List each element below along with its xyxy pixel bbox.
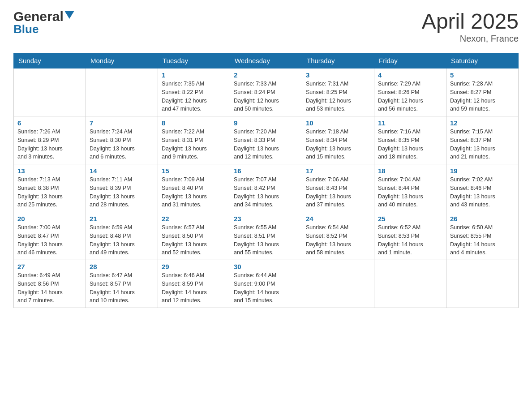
day-number: 8 [162,119,226,127]
logo: General Blue [13,9,74,36]
calendar-header: SundayMondayTuesdayWednesdayThursdayFrid… [14,53,519,68]
logo-blue-text: Blue [13,22,74,36]
day-info: Sunrise: 6:55 AM Sunset: 8:51 PM Dayligh… [234,223,298,257]
calendar-day-cell: 2Sunrise: 7:33 AM Sunset: 8:24 PM Daylig… [230,68,302,116]
day-number: 19 [450,167,515,175]
day-number: 29 [162,263,226,270]
calendar-subtitle: Nexon, France [422,34,519,44]
calendar-day-cell: 27Sunrise: 6:49 AM Sunset: 8:56 PM Dayli… [14,260,86,308]
day-number: 9 [234,119,298,127]
calendar-day-cell: 5Sunrise: 7:28 AM Sunset: 8:27 PM Daylig… [446,68,519,116]
day-info: Sunrise: 7:15 AM Sunset: 8:37 PM Dayligh… [450,128,515,161]
calendar-day-header: Wednesday [230,53,302,68]
day-info: Sunrise: 7:16 AM Sunset: 8:35 PM Dayligh… [378,128,442,161]
calendar-day-cell: 8Sunrise: 7:22 AM Sunset: 8:31 PM Daylig… [158,116,230,164]
calendar-day-cell: 14Sunrise: 7:11 AM Sunset: 8:39 PM Dayli… [86,164,158,212]
calendar-day-cell: 10Sunrise: 7:18 AM Sunset: 8:34 PM Dayli… [302,116,374,164]
calendar-day-cell: 29Sunrise: 6:46 AM Sunset: 8:59 PM Dayli… [158,260,230,308]
calendar-day-cell [86,68,158,116]
day-info: Sunrise: 7:00 AM Sunset: 8:47 PM Dayligh… [17,223,82,257]
day-info: Sunrise: 7:18 AM Sunset: 8:34 PM Dayligh… [306,128,370,161]
day-number: 27 [17,263,82,270]
day-info: Sunrise: 7:09 AM Sunset: 8:40 PM Dayligh… [162,176,226,209]
calendar-body: 1Sunrise: 7:35 AM Sunset: 8:22 PM Daylig… [14,68,519,308]
day-info: Sunrise: 7:24 AM Sunset: 8:30 PM Dayligh… [90,128,154,161]
calendar-week-row: 6Sunrise: 7:26 AM Sunset: 8:29 PM Daylig… [14,116,519,164]
day-number: 16 [234,167,298,175]
day-number: 4 [378,71,442,79]
day-info: Sunrise: 7:31 AM Sunset: 8:25 PM Dayligh… [306,80,370,113]
calendar-day-cell: 19Sunrise: 7:02 AM Sunset: 8:46 PM Dayli… [446,164,519,212]
calendar-day-cell [446,260,519,308]
calendar-day-cell [14,68,86,116]
day-info: Sunrise: 6:50 AM Sunset: 8:55 PM Dayligh… [450,223,515,257]
logo-line1: General [13,9,74,24]
calendar-day-cell: 22Sunrise: 6:57 AM Sunset: 8:50 PM Dayli… [158,212,230,260]
day-number: 20 [17,215,82,223]
page-header: General Blue April 2025 Nexon, France [13,9,519,44]
day-info: Sunrise: 7:13 AM Sunset: 8:38 PM Dayligh… [17,176,82,209]
calendar-day-cell: 1Sunrise: 7:35 AM Sunset: 8:22 PM Daylig… [158,68,230,116]
calendar-week-row: 1Sunrise: 7:35 AM Sunset: 8:22 PM Daylig… [14,68,519,116]
day-number: 14 [90,167,154,175]
calendar-day-cell: 4Sunrise: 7:29 AM Sunset: 8:26 PM Daylig… [374,68,446,116]
day-number: 11 [378,119,442,127]
calendar-table: SundayMondayTuesdayWednesdayThursdayFrid… [13,53,519,308]
calendar-day-cell: 15Sunrise: 7:09 AM Sunset: 8:40 PM Dayli… [158,164,230,212]
day-info: Sunrise: 6:49 AM Sunset: 8:56 PM Dayligh… [17,271,82,305]
calendar-day-cell: 25Sunrise: 6:52 AM Sunset: 8:53 PM Dayli… [374,212,446,260]
calendar-day-cell: 6Sunrise: 7:26 AM Sunset: 8:29 PM Daylig… [14,116,86,164]
svg-marker-0 [64,11,74,19]
day-info: Sunrise: 6:46 AM Sunset: 8:59 PM Dayligh… [162,271,226,305]
calendar-day-header: Sunday [14,53,86,68]
day-number: 12 [450,119,515,127]
day-info: Sunrise: 7:07 AM Sunset: 8:42 PM Dayligh… [234,176,298,209]
calendar-day-cell: 12Sunrise: 7:15 AM Sunset: 8:37 PM Dayli… [446,116,519,164]
calendar-day-cell: 28Sunrise: 6:47 AM Sunset: 8:57 PM Dayli… [86,260,158,308]
day-info: Sunrise: 6:59 AM Sunset: 8:48 PM Dayligh… [90,223,154,257]
day-info: Sunrise: 7:02 AM Sunset: 8:46 PM Dayligh… [450,176,515,209]
day-info: Sunrise: 7:33 AM Sunset: 8:24 PM Dayligh… [234,80,298,113]
day-number: 3 [306,71,370,79]
day-info: Sunrise: 7:04 AM Sunset: 8:44 PM Dayligh… [378,176,442,209]
calendar-week-row: 13Sunrise: 7:13 AM Sunset: 8:38 PM Dayli… [14,164,519,212]
calendar-day-header: Saturday [446,53,519,68]
calendar-day-cell: 7Sunrise: 7:24 AM Sunset: 8:30 PM Daylig… [86,116,158,164]
day-number: 18 [378,167,442,175]
day-info: Sunrise: 7:29 AM Sunset: 8:26 PM Dayligh… [378,80,442,113]
day-info: Sunrise: 7:28 AM Sunset: 8:27 PM Dayligh… [450,80,515,113]
day-info: Sunrise: 6:54 AM Sunset: 8:52 PM Dayligh… [306,223,370,257]
day-number: 22 [162,215,226,223]
day-info: Sunrise: 6:57 AM Sunset: 8:50 PM Dayligh… [162,223,226,257]
day-info: Sunrise: 6:44 AM Sunset: 9:00 PM Dayligh… [234,271,298,305]
calendar-day-cell: 26Sunrise: 6:50 AM Sunset: 8:55 PM Dayli… [446,212,519,260]
calendar-day-cell: 24Sunrise: 6:54 AM Sunset: 8:52 PM Dayli… [302,212,374,260]
calendar-day-cell: 3Sunrise: 7:31 AM Sunset: 8:25 PM Daylig… [302,68,374,116]
day-number: 15 [162,167,226,175]
day-number: 6 [17,119,82,127]
day-number: 1 [162,71,226,79]
day-number: 25 [378,215,442,223]
calendar-day-cell: 9Sunrise: 7:20 AM Sunset: 8:33 PM Daylig… [230,116,302,164]
day-number: 26 [450,215,515,223]
calendar-day-cell: 23Sunrise: 6:55 AM Sunset: 8:51 PM Dayli… [230,212,302,260]
calendar-day-header: Friday [374,53,446,68]
calendar-day-cell [374,260,446,308]
calendar-day-cell: 21Sunrise: 6:59 AM Sunset: 8:48 PM Dayli… [86,212,158,260]
calendar-day-cell: 13Sunrise: 7:13 AM Sunset: 8:38 PM Dayli… [14,164,86,212]
day-number: 30 [234,263,298,270]
calendar-day-header: Thursday [302,53,374,68]
day-number: 28 [90,263,154,270]
day-number: 23 [234,215,298,223]
day-number: 24 [306,215,370,223]
calendar-day-header: Monday [86,53,158,68]
day-info: Sunrise: 7:06 AM Sunset: 8:43 PM Dayligh… [306,176,370,209]
calendar-day-cell: 16Sunrise: 7:07 AM Sunset: 8:42 PM Dayli… [230,164,302,212]
calendar-day-header: Tuesday [158,53,230,68]
day-number: 10 [306,119,370,127]
day-number: 21 [90,215,154,223]
calendar-day-cell: 18Sunrise: 7:04 AM Sunset: 8:44 PM Dayli… [374,164,446,212]
logo-triangle-icon [64,11,74,21]
calendar-title: April 2025 [422,9,519,34]
calendar-day-cell: 17Sunrise: 7:06 AM Sunset: 8:43 PM Dayli… [302,164,374,212]
